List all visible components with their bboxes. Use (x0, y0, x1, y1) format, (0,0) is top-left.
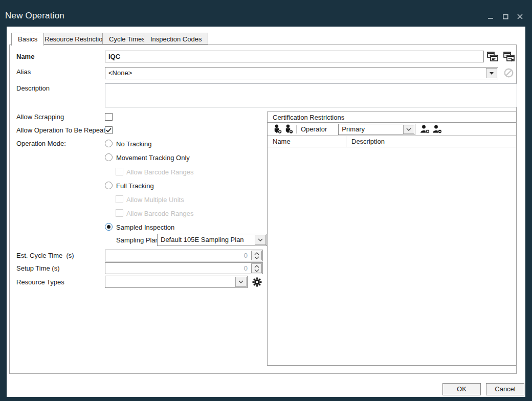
alias-combobox[interactable]: <None> (105, 67, 498, 79)
operator-label: Operator (301, 125, 327, 133)
full-allow-barcode-ranges-checkbox-disabled (116, 209, 123, 217)
alias-dropdown-button[interactable] (486, 68, 497, 78)
window-title: New Operation (5, 11, 64, 21)
setup-time-spinner[interactable] (251, 263, 262, 273)
operator-remove-icon (432, 125, 442, 133)
copy-text-icon (487, 52, 498, 62)
allow-repeat-label: Allow Operation To Be Repeated (16, 126, 113, 134)
resource-types-label: Resource Types (16, 278, 64, 286)
certification-remove-icon (284, 124, 293, 134)
maximize-button[interactable] (499, 11, 512, 21)
add-certification-button[interactable] (272, 124, 283, 135)
est-cycle-time-value: 0 (105, 250, 251, 261)
description-textarea[interactable] (105, 83, 517, 107)
remove-operator-button[interactable] (431, 124, 443, 135)
allow-scrapping-label: Allow Scrapping (16, 113, 64, 121)
sampling-plan-combobox[interactable]: Default 105E Sampling Plan (157, 234, 267, 246)
copy-name-all-languages-button[interactable] (503, 51, 515, 62)
tab-inspection-codes[interactable]: Inspection Codes (144, 33, 208, 44)
operator-add-icon (420, 125, 430, 133)
certification-toolbar: Operator Primary (268, 123, 516, 136)
radio-full-tracking-label: Full Tracking (116, 182, 154, 190)
tab-cycle-times-label: Cycle Times (109, 35, 145, 43)
full-allow-multiple-units-checkbox-disabled (116, 195, 123, 203)
copy-name-button[interactable] (486, 51, 498, 62)
operator-value: Primary (339, 124, 403, 135)
est-cycle-time-spinner[interactable] (251, 251, 262, 260)
remove-certification-button[interactable] (283, 124, 294, 135)
dropdown-chevron-icon (406, 128, 411, 131)
tab-basics-label: Basics (18, 35, 37, 43)
dropdown-triangle-icon (490, 72, 494, 75)
certification-table-body[interactable] (268, 147, 516, 365)
resource-types-settings-button[interactable] (252, 277, 262, 287)
radio-full-tracking[interactable] (105, 182, 113, 189)
allow-scrapping-checkbox[interactable] (105, 113, 113, 121)
dropdown-chevron-icon (258, 238, 263, 241)
new-operation-dialog: New Operation Basics Resource Restrictio… (0, 0, 532, 401)
operator-dropdown-button[interactable] (403, 125, 414, 134)
operation-mode-label: Operation Mode: (16, 140, 66, 147)
certification-table-header: Name Description (268, 136, 516, 147)
checkmark-icon (106, 128, 112, 132)
column-header-description[interactable]: Description (346, 136, 516, 147)
maximize-icon (503, 14, 508, 19)
full-allow-barcode-ranges-label: Allow Barcode Ranges (126, 210, 194, 217)
sampling-plan-label: Sampling Plan: (116, 236, 161, 244)
column-header-name[interactable]: Name (268, 136, 346, 147)
gear-icon (252, 277, 262, 287)
alias-label: Alias (16, 68, 31, 76)
resource-types-combobox[interactable] (105, 276, 248, 288)
setup-time-value: 0 (105, 263, 251, 274)
tab-basics[interactable]: Basics (11, 33, 44, 46)
setup-time-input[interactable]: 0 (105, 262, 263, 274)
minimize-button[interactable] (484, 11, 497, 21)
radio-dot (107, 225, 110, 229)
ok-button[interactable]: OK (442, 383, 481, 395)
certification-panel-title: Certification Restrictions (268, 112, 516, 123)
movement-allow-barcode-ranges-label: Allow Barcode Ranges (126, 168, 194, 176)
certification-restrictions-panel: Certification Restrictions Ope (267, 112, 517, 366)
est-cycle-time-input[interactable]: 0 (105, 250, 263, 261)
est-cycle-time-label: Est. Cycle Time (s) (16, 252, 74, 259)
operator-combobox[interactable]: Primary (338, 124, 415, 135)
close-button[interactable] (514, 11, 526, 21)
copy-text-edit-icon (503, 52, 515, 62)
tab-inspection-codes-label: Inspection Codes (150, 35, 202, 43)
radio-sampled-inspection-label: Sampled Inspection (116, 224, 174, 231)
radio-movement-tracking-label: Movement Tracking Only (116, 154, 190, 162)
radio-sampled-inspection[interactable] (105, 223, 113, 231)
sampling-plan-dropdown-button[interactable] (255, 235, 266, 245)
tab-resource-restrictions-label: Resource Restrictions (45, 35, 109, 43)
minimize-icon (488, 14, 494, 19)
setup-time-label: Setup Time (s) (16, 264, 60, 272)
cancel-button[interactable]: Cancel (486, 383, 524, 395)
close-icon (517, 14, 523, 19)
radio-no-tracking[interactable] (105, 140, 113, 147)
description-label: Description (16, 84, 50, 92)
resource-types-dropdown-button[interactable] (235, 277, 247, 287)
allow-repeat-checkbox[interactable] (105, 126, 113, 134)
blocked-icon (504, 68, 514, 78)
alias-clear-button-disabled (503, 68, 514, 78)
name-input[interactable]: IQC (105, 51, 484, 62)
dropdown-chevron-icon (238, 280, 243, 283)
full-allow-multiple-units-label: Allow Multiple Units (126, 196, 184, 204)
name-label: Name (16, 53, 34, 60)
movement-allow-barcode-ranges-checkbox-disabled (116, 168, 123, 175)
spinner-icon (254, 252, 259, 259)
toolbar-separator (296, 125, 297, 133)
alias-value: <None> (105, 68, 485, 78)
spinner-icon (254, 265, 259, 272)
add-operator-button[interactable] (418, 124, 431, 135)
sampling-plan-value: Default 105E Sampling Plan (158, 235, 254, 245)
radio-no-tracking-label: No Tracking (116, 140, 151, 148)
radio-movement-tracking[interactable] (105, 153, 113, 161)
certification-add-icon (273, 124, 282, 134)
